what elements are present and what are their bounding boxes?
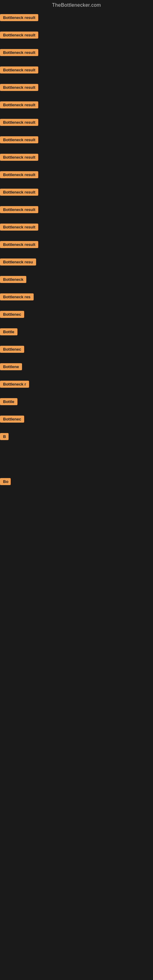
bottleneck-badge[interactable]: Bottleneck result (0, 101, 38, 108)
list-item (0, 511, 153, 520)
bottleneck-badge[interactable]: Bottleneck result (0, 14, 38, 21)
list-item: Bottleneck result (0, 186, 153, 204)
bottleneck-badge[interactable]: Bottleneck result (0, 154, 38, 161)
list-item: Bottleneck result (0, 46, 153, 64)
bottleneck-badge[interactable]: Bottleneck result (0, 171, 38, 178)
bottleneck-badge[interactable]: Bottleneck result (0, 84, 38, 91)
list-item: Bottlenec (0, 343, 153, 361)
list-item (0, 448, 153, 457)
bottleneck-badge[interactable]: Bottleneck result (0, 119, 38, 126)
list-item (0, 457, 153, 466)
list-item: Bottleneck resu (0, 256, 153, 274)
list-item: Bottlenec (0, 413, 153, 431)
list-item: Bottleneck result (0, 134, 153, 151)
bottleneck-badge[interactable]: Bottleneck result (0, 136, 38, 143)
list-item: Bottleneck r (0, 378, 153, 396)
bottleneck-badge[interactable]: Bottle (0, 328, 18, 335)
list-item: Bottleneck result (0, 221, 153, 239)
list-item: Bottleneck result (0, 29, 153, 46)
bottleneck-badge[interactable]: Bottleneck result (0, 67, 38, 73)
bottleneck-badge[interactable]: Bottlenec (0, 311, 24, 318)
bottleneck-badge[interactable]: Bottleneck result (0, 32, 38, 38)
list-item: Bottleneck result (0, 64, 153, 81)
bottleneck-badge[interactable]: Bottleneck result (0, 224, 38, 231)
list-item: Bottleneck result (0, 116, 153, 134)
list-item (0, 466, 153, 476)
bottleneck-badge[interactable]: Bottleneck result (0, 189, 38, 196)
list-item (0, 502, 153, 511)
bottleneck-badge[interactable]: Bo (0, 478, 11, 485)
list-item: Bottleneck result (0, 204, 153, 221)
list-item: Bottleneck result (0, 81, 153, 99)
bottleneck-badge[interactable]: Bottleneck resu (0, 258, 36, 266)
bottleneck-badge[interactable]: Bottleneck result (0, 49, 38, 56)
list-item: Bottleneck result (0, 12, 153, 29)
list-item: Bottleneck (0, 274, 153, 291)
list-item: Bottleneck result (0, 99, 153, 116)
bottleneck-badge[interactable]: Bottlenec (0, 346, 24, 353)
bottleneck-badge[interactable]: Bottleneck result (0, 241, 38, 248)
list-item: B (0, 431, 153, 448)
bottleneck-badge[interactable]: Bottlene (0, 363, 22, 370)
list-item: Bottle (0, 326, 153, 343)
bottleneck-badge[interactable]: B (0, 433, 9, 440)
bottleneck-badge[interactable]: Bottlenec (0, 415, 24, 423)
list-item: Bottlene (0, 361, 153, 378)
list-item: Bo (0, 476, 153, 493)
list-item: Bottleneck result (0, 151, 153, 169)
list-item: Bottleneck result (0, 169, 153, 186)
bottleneck-badge[interactable]: Bottleneck result (0, 206, 38, 213)
bottleneck-badge[interactable]: Bottle (0, 398, 18, 405)
list-item: Bottleneck res (0, 291, 153, 309)
bottleneck-badge[interactable]: Bottleneck (0, 276, 26, 283)
list-item: Bottleneck result (0, 239, 153, 256)
list-item: Bottlenec (0, 309, 153, 326)
bottleneck-badge[interactable]: Bottleneck r (0, 381, 29, 388)
bottleneck-badge[interactable]: Bottleneck res (0, 293, 33, 301)
list-item: Bottle (0, 396, 153, 413)
list-item (0, 493, 153, 502)
site-header: TheBottlenecker.com (0, 0, 153, 12)
